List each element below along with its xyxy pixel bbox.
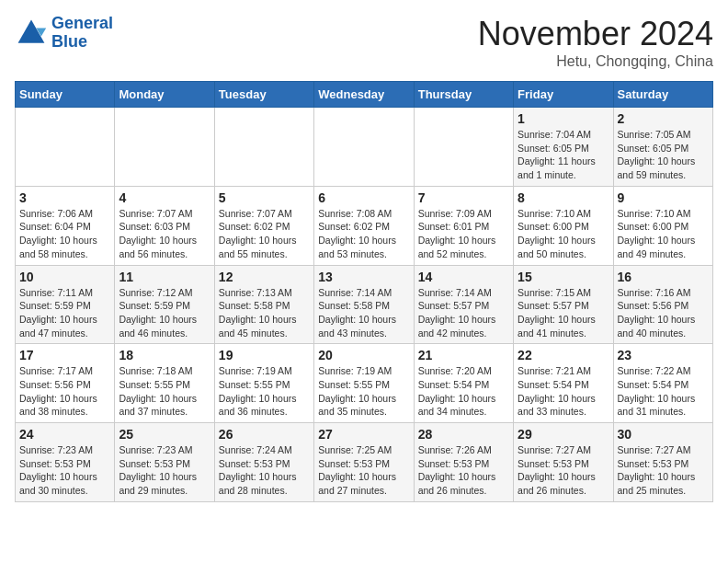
day-info: Sunrise: 7:05 AM Sunset: 6:05 PM Dayligh…: [618, 128, 709, 182]
day-info: Sunrise: 7:21 AM Sunset: 5:54 PM Dayligh…: [518, 364, 609, 419]
day-info: Sunrise: 7:07 AM Sunset: 6:02 PM Dayligh…: [219, 207, 310, 261]
calendar-week-row: 17Sunrise: 7:17 AM Sunset: 5:56 PM Dayli…: [16, 344, 713, 423]
day-number: 10: [19, 270, 110, 284]
day-info: Sunrise: 7:08 AM Sunset: 6:02 PM Dayligh…: [318, 207, 409, 261]
day-info: Sunrise: 7:06 AM Sunset: 6:04 PM Dayligh…: [19, 207, 110, 261]
day-info: Sunrise: 7:19 AM Sunset: 5:55 PM Dayligh…: [318, 364, 409, 419]
day-number: 28: [418, 427, 509, 442]
day-info: Sunrise: 7:15 AM Sunset: 5:57 PM Dayligh…: [518, 286, 609, 340]
day-info: Sunrise: 7:26 AM Sunset: 5:53 PM Dayligh…: [418, 443, 509, 498]
calendar-cell: [414, 108, 513, 187]
day-info: Sunrise: 7:27 AM Sunset: 5:53 PM Dayligh…: [518, 443, 609, 498]
day-info: Sunrise: 7:23 AM Sunset: 5:53 PM Dayligh…: [119, 443, 210, 498]
day-number: 23: [618, 348, 709, 362]
dow-header: Saturday: [613, 82, 712, 108]
day-number: 8: [518, 190, 609, 205]
day-info: Sunrise: 7:16 AM Sunset: 5:56 PM Dayligh…: [618, 286, 709, 340]
calendar-cell: 30Sunrise: 7:27 AM Sunset: 5:53 PM Dayli…: [613, 423, 712, 502]
day-info: Sunrise: 7:18 AM Sunset: 5:55 PM Dayligh…: [119, 364, 210, 419]
calendar-cell: 22Sunrise: 7:21 AM Sunset: 5:54 PM Dayli…: [514, 344, 613, 423]
calendar-cell: 19Sunrise: 7:19 AM Sunset: 5:55 PM Dayli…: [214, 344, 313, 423]
calendar-cell: 29Sunrise: 7:27 AM Sunset: 5:53 PM Dayli…: [514, 423, 613, 502]
day-info: Sunrise: 7:04 AM Sunset: 6:05 PM Dayligh…: [518, 128, 609, 182]
day-number: 22: [518, 348, 609, 362]
calendar-cell: 27Sunrise: 7:25 AM Sunset: 5:53 PM Dayli…: [314, 423, 414, 502]
calendar-cell: 15Sunrise: 7:15 AM Sunset: 5:57 PM Dayli…: [514, 265, 613, 344]
calendar-cell: 10Sunrise: 7:11 AM Sunset: 5:59 PM Dayli…: [16, 265, 115, 344]
day-info: Sunrise: 7:24 AM Sunset: 5:53 PM Dayligh…: [219, 443, 310, 498]
day-number: 29: [518, 427, 609, 442]
day-info: Sunrise: 7:11 AM Sunset: 5:59 PM Dayligh…: [19, 286, 110, 340]
day-info: Sunrise: 7:22 AM Sunset: 5:54 PM Dayligh…: [618, 364, 709, 419]
dow-header: Wednesday: [314, 82, 414, 108]
day-number: 1: [518, 111, 609, 126]
calendar-body: 1Sunrise: 7:04 AM Sunset: 6:05 PM Daylig…: [16, 108, 713, 502]
day-number: 19: [219, 348, 310, 362]
day-number: 20: [318, 348, 409, 362]
day-info: Sunrise: 7:10 AM Sunset: 6:00 PM Dayligh…: [518, 207, 609, 261]
calendar-week-row: 10Sunrise: 7:11 AM Sunset: 5:59 PM Dayli…: [16, 265, 713, 344]
page-header: General Blue November 2024 Hetu, Chongqi…: [15, 15, 713, 70]
calendar-cell: [115, 108, 214, 187]
day-number: 4: [119, 190, 210, 205]
day-info: Sunrise: 7:07 AM Sunset: 6:03 PM Dayligh…: [119, 207, 210, 261]
calendar-cell: 7Sunrise: 7:09 AM Sunset: 6:01 PM Daylig…: [414, 186, 513, 265]
calendar-cell: [16, 108, 115, 187]
day-info: Sunrise: 7:19 AM Sunset: 5:55 PM Dayligh…: [219, 364, 310, 419]
day-number: 9: [618, 190, 709, 205]
calendar-cell: 28Sunrise: 7:26 AM Sunset: 5:53 PM Dayli…: [414, 423, 513, 502]
calendar-cell: 24Sunrise: 7:23 AM Sunset: 5:53 PM Dayli…: [16, 423, 115, 502]
logo-text: General Blue: [51, 15, 113, 52]
day-info: Sunrise: 7:14 AM Sunset: 5:58 PM Dayligh…: [318, 286, 409, 340]
logo: General Blue: [15, 15, 113, 52]
day-info: Sunrise: 7:14 AM Sunset: 5:57 PM Dayligh…: [418, 286, 509, 340]
calendar-cell: [214, 108, 313, 187]
day-number: 14: [418, 270, 509, 284]
calendar-cell: 2Sunrise: 7:05 AM Sunset: 6:05 PM Daylig…: [613, 108, 712, 187]
day-number: 25: [119, 427, 210, 442]
calendar-week-row: 24Sunrise: 7:23 AM Sunset: 5:53 PM Dayli…: [16, 423, 713, 502]
calendar-cell: 17Sunrise: 7:17 AM Sunset: 5:56 PM Dayli…: [16, 344, 115, 423]
calendar-cell: 6Sunrise: 7:08 AM Sunset: 6:02 PM Daylig…: [314, 186, 414, 265]
day-number: 27: [318, 427, 409, 442]
dow-header: Monday: [115, 82, 214, 108]
day-info: Sunrise: 7:13 AM Sunset: 5:58 PM Dayligh…: [219, 286, 310, 340]
calendar-cell: 5Sunrise: 7:07 AM Sunset: 6:02 PM Daylig…: [214, 186, 313, 265]
calendar-cell: [314, 108, 414, 187]
dow-header: Thursday: [414, 82, 513, 108]
calendar-cell: 12Sunrise: 7:13 AM Sunset: 5:58 PM Dayli…: [214, 265, 313, 344]
day-number: 13: [318, 270, 409, 284]
calendar-cell: 16Sunrise: 7:16 AM Sunset: 5:56 PM Dayli…: [613, 265, 712, 344]
day-number: 17: [19, 348, 110, 362]
day-info: Sunrise: 7:09 AM Sunset: 6:01 PM Dayligh…: [418, 207, 509, 261]
calendar-week-row: 1Sunrise: 7:04 AM Sunset: 6:05 PM Daylig…: [16, 108, 713, 187]
day-number: 5: [219, 190, 310, 205]
calendar-cell: 4Sunrise: 7:07 AM Sunset: 6:03 PM Daylig…: [115, 186, 214, 265]
day-number: 2: [618, 111, 709, 126]
dow-header: Friday: [514, 82, 613, 108]
month-title: November 2024: [478, 15, 713, 53]
calendar-cell: 20Sunrise: 7:19 AM Sunset: 5:55 PM Dayli…: [314, 344, 414, 423]
calendar-cell: 9Sunrise: 7:10 AM Sunset: 6:00 PM Daylig…: [613, 186, 712, 265]
calendar-cell: 26Sunrise: 7:24 AM Sunset: 5:53 PM Dayli…: [214, 423, 313, 502]
day-info: Sunrise: 7:17 AM Sunset: 5:56 PM Dayligh…: [19, 364, 110, 419]
calendar-cell: 25Sunrise: 7:23 AM Sunset: 5:53 PM Dayli…: [115, 423, 214, 502]
day-info: Sunrise: 7:12 AM Sunset: 5:59 PM Dayligh…: [119, 286, 210, 340]
day-number: 11: [119, 270, 210, 284]
day-number: 12: [219, 270, 310, 284]
calendar-cell: 8Sunrise: 7:10 AM Sunset: 6:00 PM Daylig…: [514, 186, 613, 265]
dow-header: Sunday: [16, 82, 115, 108]
day-number: 21: [418, 348, 509, 362]
location: Hetu, Chongqing, China: [478, 53, 713, 70]
calendar-cell: 14Sunrise: 7:14 AM Sunset: 5:57 PM Dayli…: [414, 265, 513, 344]
day-number: 24: [19, 427, 110, 442]
day-info: Sunrise: 7:10 AM Sunset: 6:00 PM Dayligh…: [618, 207, 709, 261]
dow-header: Tuesday: [214, 82, 313, 108]
calendar-cell: 3Sunrise: 7:06 AM Sunset: 6:04 PM Daylig…: [16, 186, 115, 265]
calendar-cell: 11Sunrise: 7:12 AM Sunset: 5:59 PM Dayli…: [115, 265, 214, 344]
calendar-cell: 1Sunrise: 7:04 AM Sunset: 6:05 PM Daylig…: [514, 108, 613, 187]
calendar-cell: 18Sunrise: 7:18 AM Sunset: 5:55 PM Dayli…: [115, 344, 214, 423]
day-info: Sunrise: 7:25 AM Sunset: 5:53 PM Dayligh…: [318, 443, 409, 498]
logo-icon: [15, 17, 48, 50]
day-number: 6: [318, 190, 409, 205]
